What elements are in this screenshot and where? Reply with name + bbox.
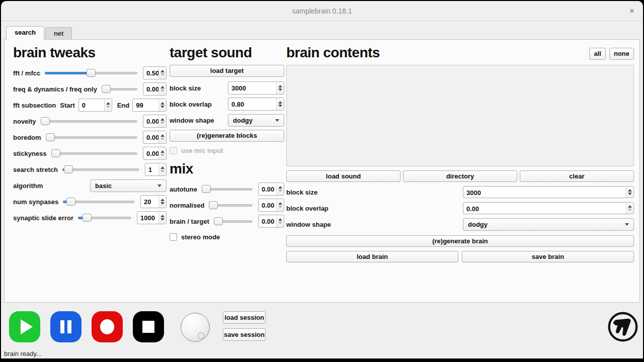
freq-dynamics-label: freq & dynamics / freq only <box>13 85 97 93</box>
freq-dynamics-spinbox[interactable]: 0.00 <box>143 82 167 96</box>
spin-arrows-icon[interactable] <box>626 203 633 214</box>
fft-mfcc-value: 0.50 <box>143 67 158 79</box>
pause-button[interactable] <box>50 311 82 342</box>
select-all-button[interactable]: all <box>589 48 605 60</box>
spin-arrows-icon[interactable] <box>158 115 166 127</box>
synaptic-slide-error-spinbox[interactable]: 1000 <box>137 211 167 224</box>
stickyness-spinbox[interactable]: 0.00 <box>143 147 167 160</box>
num-synpases-slider[interactable] <box>63 197 135 206</box>
brain-target-slider[interactable] <box>214 217 253 226</box>
boredom-label: boredom <box>13 134 41 141</box>
brain-block-overlap-spinbox[interactable]: 0.00 <box>463 202 634 214</box>
novelty-value: 0.00 <box>143 115 158 127</box>
save-session-button[interactable]: save session <box>223 328 266 341</box>
boredom-slider[interactable] <box>46 133 137 142</box>
target-sound-section: target sound load target block size 3000… <box>170 40 284 244</box>
spin-arrows-icon[interactable] <box>158 99 166 111</box>
target-window-shape-row: window shape dodgy <box>170 112 284 128</box>
stickyness-label: stickyness <box>13 150 47 157</box>
brain-block-size-spinbox[interactable]: 3000 <box>463 186 634 198</box>
spin-arrows-icon[interactable] <box>158 83 166 95</box>
spin-arrows-icon[interactable] <box>276 199 284 211</box>
fft-mfcc-spinbox[interactable]: 0.50 <box>143 66 167 79</box>
close-icon[interactable]: × <box>627 6 637 16</box>
num-synpases-spinbox[interactable]: 20 <box>140 195 167 208</box>
spin-arrows-icon[interactable] <box>158 212 166 224</box>
autotune-value: 0.00 <box>259 183 276 195</box>
fft-start-spinbox[interactable]: 0 <box>78 99 112 112</box>
boredom-spinbox[interactable]: 0.00 <box>143 131 167 144</box>
target-sound-heading: target sound <box>170 45 284 61</box>
volume-knob[interactable] <box>181 313 210 342</box>
normalised-spinbox[interactable]: 0.00 <box>258 199 284 212</box>
brain-tweaks-heading: brain tweaks <box>13 45 167 61</box>
spin-arrows-icon[interactable] <box>104 99 112 111</box>
mix-heading: mix <box>170 161 284 177</box>
brain-block-overlap-row: block overlap 0.00 <box>286 200 634 216</box>
target-block-overlap-row: block overlap 0.80 <box>170 96 284 112</box>
directory-button[interactable]: directory <box>403 170 517 182</box>
normalised-slider[interactable] <box>209 201 253 210</box>
spin-arrows-icon[interactable] <box>276 98 284 110</box>
select-none-button[interactable]: none <box>609 48 634 60</box>
synaptic-slide-error-slider[interactable] <box>78 213 131 222</box>
spin-arrows-icon[interactable] <box>158 147 166 159</box>
freq-dynamics-slider[interactable] <box>102 84 137 94</box>
spin-arrows-icon[interactable] <box>158 163 166 175</box>
autotune-label: autotune <box>170 186 197 193</box>
search-stretch-value: 1 <box>145 163 158 175</box>
brain-target-spinbox[interactable]: 0.00 <box>258 215 284 228</box>
novelty-slider[interactable] <box>41 117 137 126</box>
brain-window-shape-combobox[interactable]: dodgy <box>463 218 634 231</box>
stickyness-row: stickyness 0.00 <box>13 145 167 161</box>
num-synpases-row: num synpases 20 <box>13 194 167 210</box>
normalised-row: normalised 0.00 <box>170 197 284 213</box>
play-icon <box>9 311 40 342</box>
load-session-button[interactable]: load session <box>223 311 266 324</box>
brain-tweaks-section: brain tweaks fft / mfcc 0.50 freq & dyna… <box>13 40 167 226</box>
autotune-spinbox[interactable]: 0.00 <box>258 183 284 196</box>
record-button[interactable] <box>92 311 123 342</box>
load-target-button[interactable]: load target <box>170 65 284 77</box>
algorithm-value: basic <box>95 182 157 190</box>
stereo-mode-checkbox[interactable] <box>170 233 177 241</box>
stickyness-slider[interactable] <box>51 149 138 158</box>
novelty-spinbox[interactable]: 0.00 <box>143 115 167 128</box>
titlebar: samplebrain 0.18.1 × <box>1 1 643 21</box>
fft-end-spinbox[interactable]: 99 <box>132 99 167 112</box>
status-text: brain ready... <box>4 350 42 357</box>
fft-end-value: 99 <box>133 99 158 111</box>
target-block-size-spinbox[interactable]: 3000 <box>228 81 284 95</box>
synaptic-slide-error-label: synaptic slide error <box>13 214 73 222</box>
tab-search[interactable]: search <box>6 26 44 40</box>
regenerate-blocks-button[interactable]: (re)generate blocks <box>170 130 284 142</box>
spin-arrows-icon[interactable] <box>158 196 166 208</box>
target-block-overlap-spinbox[interactable]: 0.80 <box>228 98 284 111</box>
stop-button[interactable] <box>133 311 164 342</box>
spin-arrows-icon[interactable] <box>158 67 166 79</box>
autotune-slider[interactable] <box>202 185 253 194</box>
spin-arrows-icon[interactable] <box>626 187 633 198</box>
algorithm-combobox[interactable]: basic <box>90 179 167 192</box>
boredom-row: boredom 0.00 <box>13 129 167 145</box>
load-brain-button[interactable]: load brain <box>286 251 458 262</box>
spin-arrows-icon[interactable] <box>276 215 284 227</box>
end-label: End <box>117 102 130 109</box>
tab-net[interactable]: net <box>45 27 72 40</box>
spin-arrows-icon[interactable] <box>158 131 166 143</box>
play-button[interactable] <box>9 311 40 342</box>
target-window-shape-combobox[interactable]: dodgy <box>228 114 284 127</box>
spin-arrows-icon[interactable] <box>276 183 284 195</box>
save-brain-button[interactable]: save brain <box>462 251 634 262</box>
search-stretch-spinbox[interactable]: 1 <box>145 163 167 176</box>
brain-contents-list[interactable] <box>286 65 634 166</box>
use-mic-checkbox[interactable] <box>170 147 177 154</box>
regenerate-brain-button[interactable]: (re)generate brain <box>286 235 634 247</box>
spin-arrows-icon[interactable] <box>276 82 284 94</box>
synaptic-slide-error-value: 1000 <box>137 212 158 224</box>
search-stretch-slider[interactable] <box>62 165 139 174</box>
chevron-down-icon <box>157 185 162 187</box>
clear-button[interactable]: clear <box>520 170 634 182</box>
fft-mfcc-slider[interactable] <box>45 68 137 77</box>
load-sound-button[interactable]: load sound <box>286 170 400 182</box>
